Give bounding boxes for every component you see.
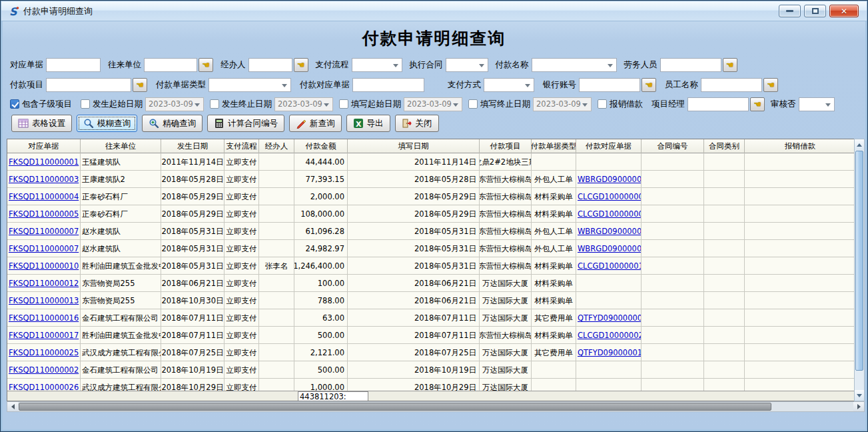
new-query-button[interactable]: 新查询 xyxy=(289,115,342,132)
doc-link[interactable]: WBRGD090000007 xyxy=(578,175,642,184)
column-header[interactable]: 付款金额 xyxy=(294,139,348,153)
column-header[interactable]: 填写日期 xyxy=(348,139,480,153)
payment-project-input[interactable] xyxy=(46,78,131,92)
column-header[interactable]: 付款单据类型 xyxy=(532,139,576,153)
include-sub-project-checkbox[interactable] xyxy=(10,99,19,109)
export-button[interactable]: X 导出 xyxy=(346,115,390,132)
exact-query-button[interactable]: 精确查询 xyxy=(142,115,203,132)
laborer-input[interactable] xyxy=(660,58,721,72)
hand-pointer-icon: ☚ xyxy=(645,81,653,89)
fill-end-date-select[interactable]: 2023-03-09 xyxy=(533,97,592,111)
table-cell: 2018年10月29日 xyxy=(348,379,480,391)
payment-corresponding-doc-input[interactable] xyxy=(352,78,424,92)
doc-link[interactable]: QTFYD090000008 xyxy=(578,313,642,323)
doc-link[interactable]: FKSQD110000004 xyxy=(9,192,79,201)
close-button[interactable]: ✕ xyxy=(829,5,859,17)
occur-end-date-checkbox[interactable] xyxy=(210,99,219,109)
doc-link[interactable]: FKSQD110000007 xyxy=(9,244,79,253)
column-header[interactable]: 发生日期 xyxy=(161,139,224,153)
agent-lookup-button[interactable]: ☚ xyxy=(294,58,308,72)
payment-doctype-select[interactable] xyxy=(209,78,291,92)
doc-link[interactable]: FKSQD110000026 xyxy=(9,383,79,391)
doc-link[interactable]: CLCGD100000007 xyxy=(578,209,642,219)
fill-start-date-checkbox[interactable] xyxy=(339,99,348,109)
doc-link[interactable]: FKSQD110000025 xyxy=(9,348,79,357)
column-header[interactable]: 报销借款 xyxy=(745,139,855,153)
bank-account-lookup-button[interactable]: ☚ xyxy=(642,78,656,92)
scroll-down-button[interactable] xyxy=(855,390,864,401)
counterpart-unit-input[interactable] xyxy=(144,58,197,72)
doc-link[interactable]: FKSQD110000012 xyxy=(9,279,79,288)
close-form-button[interactable]: 关闭 xyxy=(395,115,439,132)
restore-button[interactable] xyxy=(804,5,826,17)
column-header[interactable]: 付款项目 xyxy=(480,139,532,153)
doc-link[interactable]: FKSQD110000003 xyxy=(9,175,79,184)
calc-contract-number-button[interactable]: 计算合同编号 xyxy=(207,115,284,132)
column-header[interactable]: 往来单位 xyxy=(81,139,161,153)
table-cell: 外包人工单 xyxy=(532,240,576,257)
doc-link[interactable]: FKSQD110000016 xyxy=(9,313,79,323)
horizontal-scrollbar-thumb[interactable] xyxy=(19,403,771,411)
doc-link[interactable]: WBRGD090000006 xyxy=(578,227,642,236)
exec-contract-select[interactable] xyxy=(446,58,488,72)
column-header[interactable]: 对应单据 xyxy=(7,139,81,153)
doc-link[interactable]: FKSQD110000010 xyxy=(9,261,79,271)
occur-start-date-checkbox[interactable] xyxy=(81,99,90,109)
doc-link[interactable]: FKSQD110000007 xyxy=(9,227,79,236)
column-header[interactable]: 付款对应单据 xyxy=(576,139,642,153)
reimburse-loan-checkbox[interactable] xyxy=(598,99,607,109)
scroll-up-button[interactable] xyxy=(855,139,864,150)
reimburse-loan-label: 报销借款 xyxy=(610,99,643,110)
vertical-scrollbar[interactable] xyxy=(854,139,865,401)
table-settings-button[interactable]: 表格设置 xyxy=(11,115,72,132)
doc-link[interactable]: FKSQD110000017 xyxy=(9,331,79,340)
employee-name-input[interactable] xyxy=(701,78,762,92)
bank-account-input[interactable] xyxy=(579,78,640,92)
fuzzy-query-button[interactable]: 模糊查询 xyxy=(77,115,137,132)
table-cell xyxy=(259,171,294,188)
project-manager-lookup-button[interactable]: ☚ xyxy=(750,97,765,111)
window-title: 付款申请明细查询 xyxy=(23,5,93,17)
scroll-left-button[interactable] xyxy=(7,402,18,411)
column-header[interactable]: 合同编号 xyxy=(642,139,704,153)
scroll-right-button[interactable] xyxy=(853,402,864,411)
payment-name-select[interactable] xyxy=(532,58,617,72)
doc-link[interactable]: CLCGD100000007 xyxy=(578,192,642,201)
project-manager-input[interactable] xyxy=(687,97,749,111)
column-header[interactable]: 合同类别 xyxy=(704,139,745,153)
payment-method-select[interactable] xyxy=(484,78,534,92)
doc-link[interactable]: WBRGD090000008 xyxy=(578,244,642,253)
agent-input[interactable] xyxy=(248,58,292,72)
doc-link[interactable]: FKSQD110000013 xyxy=(9,296,79,305)
doc-link[interactable]: CLCGD100000024 xyxy=(578,331,642,340)
table-row: FKSQD110000025武汉成方建筑工程有限公司2018年07月25日立即支… xyxy=(7,344,855,361)
hand-pointer-icon: ☚ xyxy=(753,100,761,109)
doc-link[interactable]: FKSQD110000002 xyxy=(9,365,79,375)
search-icon xyxy=(83,118,94,129)
column-header[interactable]: 支付流程 xyxy=(224,139,259,153)
doc-link[interactable]: FKSQD110000001 xyxy=(9,157,79,167)
horizontal-scrollbar[interactable] xyxy=(7,401,865,412)
occur-start-date-select[interactable]: 2023-03-09 xyxy=(145,97,204,111)
svg-text:S: S xyxy=(9,5,18,17)
doc-link[interactable]: QTFYD090000014 xyxy=(578,348,642,357)
fill-end-date-checkbox[interactable] xyxy=(468,99,478,109)
payment-project-lookup-button[interactable]: ☚ xyxy=(133,78,147,92)
vertical-scrollbar-thumb[interactable] xyxy=(855,151,863,371)
laborer-lookup-button[interactable]: ☚ xyxy=(723,58,737,72)
table-cell: 立即支付 xyxy=(224,205,259,223)
employee-name-lookup-button[interactable]: ☚ xyxy=(763,78,778,92)
payment-doctype-label: 付款单据类型 xyxy=(156,79,206,91)
doc-link[interactable]: FKSQD110000005 xyxy=(9,209,79,219)
doc-link[interactable]: CLCGD100000015 xyxy=(578,261,642,271)
audited-select[interactable] xyxy=(799,97,835,111)
column-header[interactable]: 经办人 xyxy=(259,139,294,153)
fill-start-date-select[interactable]: 2023-03-09 xyxy=(404,97,462,111)
counterpart-unit-lookup-button[interactable]: ☚ xyxy=(199,58,213,72)
corresponding-doc-input[interactable] xyxy=(46,58,101,72)
occur-end-date-select[interactable]: 2023-03-09 xyxy=(274,97,333,111)
minimize-button[interactable] xyxy=(779,5,801,17)
table-cell: 金石建筑工程有限公司 xyxy=(81,361,161,379)
chevron-down-icon xyxy=(525,84,530,87)
payment-flow-select[interactable] xyxy=(352,58,402,72)
